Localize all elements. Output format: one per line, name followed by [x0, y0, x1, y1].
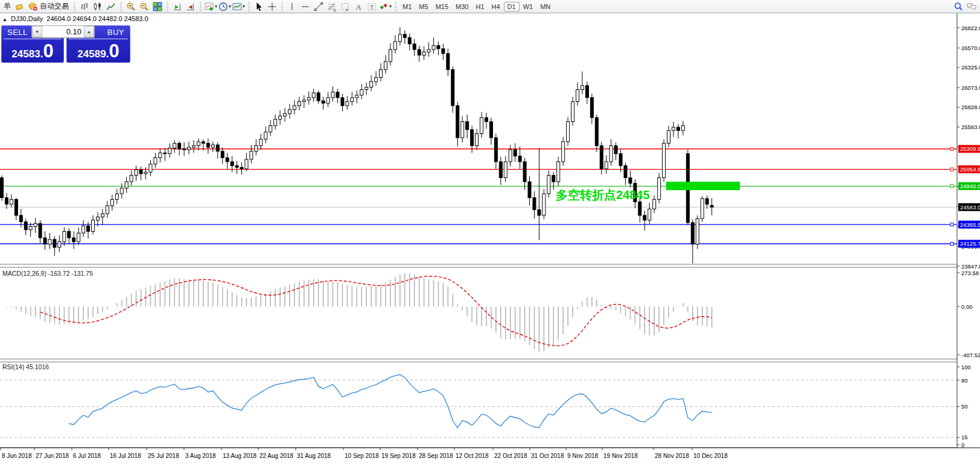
candle[interactable]: [476, 134, 479, 146]
candle[interactable]: [600, 145, 603, 169]
bar-chart-icon[interactable]: [78, 1, 91, 13]
candle[interactable]: [211, 145, 214, 147]
candle[interactable]: [567, 122, 570, 142]
line-handle[interactable]: [950, 242, 953, 245]
candle[interactable]: [274, 119, 277, 126]
candle[interactable]: [585, 86, 588, 98]
candle[interactable]: [255, 145, 258, 151]
candle[interactable]: [322, 101, 325, 103]
zoom-in-icon[interactable]: [124, 1, 138, 13]
candle[interactable]: [609, 145, 612, 162]
candle[interactable]: [197, 142, 200, 146]
collapse-arrow-icon[interactable]: ▲: [2, 17, 7, 22]
candle[interactable]: [135, 170, 138, 175]
candle[interactable]: [53, 240, 56, 247]
candle[interactable]: [34, 223, 37, 226]
candle[interactable]: [504, 162, 507, 178]
candle[interactable]: [413, 44, 416, 49]
indicators-icon[interactable]: ▾: [204, 1, 218, 13]
autotrading-button[interactable]: 自动交易: [26, 1, 71, 13]
candle[interactable]: [562, 142, 565, 162]
candle[interactable]: [672, 127, 675, 130]
candle[interactable]: [202, 142, 205, 144]
candle[interactable]: [427, 49, 430, 52]
candle[interactable]: [101, 214, 104, 217]
horizontal-line-icon[interactable]: [299, 1, 312, 13]
candle[interactable]: [1, 178, 4, 198]
candle[interactable]: [5, 198, 8, 205]
volume-input[interactable]: [42, 26, 84, 37]
candle[interactable]: [629, 178, 632, 183]
candle[interactable]: [710, 205, 713, 207]
tf-button-m15[interactable]: M15: [432, 2, 452, 11]
candle[interactable]: [489, 122, 492, 138]
candle[interactable]: [557, 162, 560, 182]
candle[interactable]: [393, 42, 396, 49]
candle[interactable]: [39, 223, 42, 238]
candle[interactable]: [643, 215, 646, 220]
candle[interactable]: [139, 170, 142, 174]
candle[interactable]: [130, 176, 133, 182]
candle[interactable]: [523, 162, 526, 182]
candle[interactable]: [451, 69, 454, 106]
candle[interactable]: [605, 162, 608, 169]
candlestick-chart-icon[interactable]: [91, 1, 104, 13]
arrows-icon[interactable]: ▾: [378, 1, 392, 13]
candle[interactable]: [432, 45, 435, 49]
candle[interactable]: [24, 222, 27, 230]
candle[interactable]: [288, 110, 291, 114]
tf-button-mn[interactable]: MN: [536, 2, 554, 11]
time-axis[interactable]: [0, 448, 980, 464]
candle[interactable]: [336, 92, 339, 97]
candle[interactable]: [43, 238, 46, 244]
candle[interactable]: [696, 218, 699, 244]
candle[interactable]: [58, 242, 61, 247]
line-handle[interactable]: [950, 185, 953, 188]
candle[interactable]: [302, 100, 305, 102]
cursor-icon[interactable]: [252, 1, 266, 13]
chart-canvas[interactable]: 多空转折点2484526822.026570.026325.026073.025…: [0, 0, 980, 464]
candle[interactable]: [384, 62, 387, 69]
candle[interactable]: [408, 37, 411, 44]
candle[interactable]: [92, 220, 95, 232]
candle[interactable]: [538, 210, 541, 215]
candle[interactable]: [154, 157, 157, 164]
candle[interactable]: [667, 130, 670, 143]
candle[interactable]: [485, 118, 488, 122]
candle[interactable]: [231, 162, 234, 166]
candle[interactable]: [619, 154, 622, 166]
channel-icon[interactable]: F: [339, 1, 352, 13]
candle[interactable]: [144, 172, 147, 174]
tile-windows-icon[interactable]: [151, 1, 164, 13]
candle[interactable]: [380, 69, 383, 77]
scroll-to-end-icon[interactable]: [171, 1, 184, 13]
candle[interactable]: [341, 98, 344, 106]
line-chart-icon[interactable]: [104, 1, 118, 13]
candle[interactable]: [245, 159, 248, 169]
candle[interactable]: [106, 206, 109, 214]
tf-button-m5[interactable]: M5: [415, 2, 431, 11]
text-label-icon[interactable]: T: [365, 1, 378, 13]
chevron-down-icon[interactable]: ▾: [243, 4, 245, 9]
tf-button-d1[interactable]: D1: [504, 2, 520, 11]
zoom-out-icon[interactable]: [138, 1, 151, 13]
candle[interactable]: [422, 52, 425, 55]
candle[interactable]: [312, 93, 315, 98]
candle[interactable]: [471, 130, 474, 146]
chevron-down-icon[interactable]: ▾: [229, 4, 231, 9]
candle[interactable]: [298, 101, 301, 106]
candle[interactable]: [173, 143, 176, 148]
tf-button-h4[interactable]: H4: [488, 2, 504, 11]
candle[interactable]: [29, 227, 32, 230]
candle[interactable]: [370, 81, 373, 87]
candle[interactable]: [691, 223, 694, 244]
tf-button-m1[interactable]: M1: [399, 2, 415, 11]
candle[interactable]: [365, 87, 368, 90]
candle[interactable]: [509, 150, 512, 162]
candle[interactable]: [351, 98, 354, 102]
chart-annotation[interactable]: 多空转折点24845: [556, 188, 650, 202]
chevron-down-icon[interactable]: ▾: [215, 4, 217, 9]
candle[interactable]: [284, 113, 287, 116]
gold-icon[interactable]: [13, 1, 26, 13]
templates-icon[interactable]: ▾: [232, 1, 246, 13]
